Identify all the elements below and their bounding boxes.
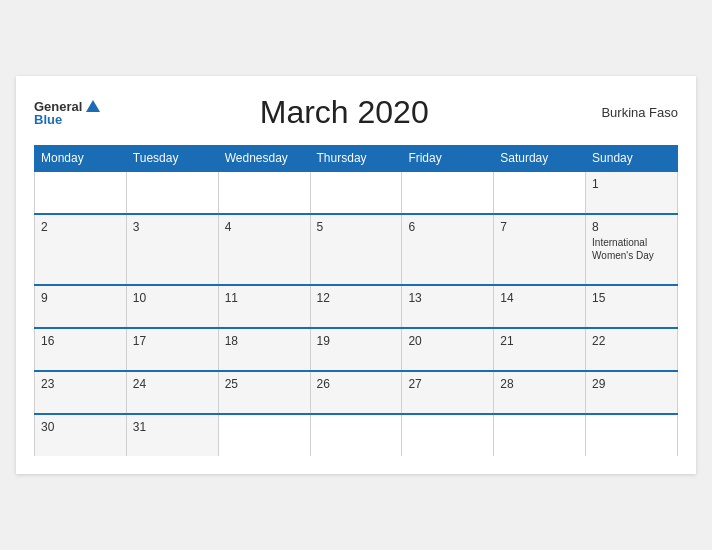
day-number: 20 (408, 334, 487, 348)
day-cell: 26 (310, 371, 402, 414)
day-number: 5 (317, 220, 396, 234)
day-cell (494, 171, 586, 214)
logo: General Blue (34, 100, 100, 126)
day-cell: 25 (218, 371, 310, 414)
day-cell: 11 (218, 285, 310, 328)
day-cell: 24 (126, 371, 218, 414)
day-number: 2 (41, 220, 120, 234)
day-number: 9 (41, 291, 120, 305)
calendar-tbody: 12345678International Women's Day9101112… (35, 171, 678, 456)
weekday-header-sunday: Sunday (586, 146, 678, 172)
day-cell: 14 (494, 285, 586, 328)
day-number: 24 (133, 377, 212, 391)
day-cell: 8International Women's Day (586, 214, 678, 285)
week-row-2: 9101112131415 (35, 285, 678, 328)
event-label: International Women's Day (592, 236, 671, 262)
day-cell (310, 171, 402, 214)
day-number: 13 (408, 291, 487, 305)
logo-blue-text: Blue (34, 113, 100, 126)
day-number: 27 (408, 377, 487, 391)
day-cell: 27 (402, 371, 494, 414)
logo-general-text: General (34, 100, 82, 113)
weekday-header-row: MondayTuesdayWednesdayThursdayFridaySatu… (35, 146, 678, 172)
day-cell: 18 (218, 328, 310, 371)
day-cell: 7 (494, 214, 586, 285)
day-number: 25 (225, 377, 304, 391)
week-row-0: 1 (35, 171, 678, 214)
calendar-container: General Blue March 2020 Burkina Faso Mon… (16, 76, 696, 474)
day-number: 22 (592, 334, 671, 348)
day-cell (218, 414, 310, 456)
day-cell: 19 (310, 328, 402, 371)
week-row-4: 23242526272829 (35, 371, 678, 414)
logo-general: General (34, 100, 100, 113)
day-number: 8 (592, 220, 671, 234)
weekday-header-friday: Friday (402, 146, 494, 172)
day-cell: 17 (126, 328, 218, 371)
day-number: 16 (41, 334, 120, 348)
day-number: 1 (592, 177, 671, 191)
day-cell (35, 171, 127, 214)
day-cell (494, 414, 586, 456)
day-cell: 29 (586, 371, 678, 414)
calendar-thead: MondayTuesdayWednesdayThursdayFridaySatu… (35, 146, 678, 172)
week-row-5: 3031 (35, 414, 678, 456)
calendar-header: General Blue March 2020 Burkina Faso (34, 94, 678, 131)
day-number: 12 (317, 291, 396, 305)
day-cell: 16 (35, 328, 127, 371)
day-number: 15 (592, 291, 671, 305)
day-cell: 2 (35, 214, 127, 285)
day-number: 14 (500, 291, 579, 305)
day-cell: 30 (35, 414, 127, 456)
weekday-header-wednesday: Wednesday (218, 146, 310, 172)
day-number: 30 (41, 420, 120, 434)
day-cell (218, 171, 310, 214)
logo-triangle-icon (86, 100, 100, 112)
day-number: 10 (133, 291, 212, 305)
calendar-table: MondayTuesdayWednesdayThursdayFridaySatu… (34, 145, 678, 456)
day-cell (586, 414, 678, 456)
day-cell: 1 (586, 171, 678, 214)
weekday-header-monday: Monday (35, 146, 127, 172)
day-cell: 22 (586, 328, 678, 371)
day-cell: 28 (494, 371, 586, 414)
day-number: 7 (500, 220, 579, 234)
day-number: 11 (225, 291, 304, 305)
day-number: 21 (500, 334, 579, 348)
day-cell: 23 (35, 371, 127, 414)
day-cell: 12 (310, 285, 402, 328)
day-cell: 5 (310, 214, 402, 285)
day-cell (402, 414, 494, 456)
day-number: 23 (41, 377, 120, 391)
day-cell: 6 (402, 214, 494, 285)
day-cell (310, 414, 402, 456)
day-cell: 10 (126, 285, 218, 328)
day-cell: 13 (402, 285, 494, 328)
day-number: 31 (133, 420, 212, 434)
week-row-3: 16171819202122 (35, 328, 678, 371)
day-cell: 31 (126, 414, 218, 456)
day-number: 26 (317, 377, 396, 391)
day-number: 29 (592, 377, 671, 391)
calendar-title: March 2020 (100, 94, 588, 131)
weekday-header-tuesday: Tuesday (126, 146, 218, 172)
day-number: 18 (225, 334, 304, 348)
day-cell: 3 (126, 214, 218, 285)
day-cell (126, 171, 218, 214)
weekday-header-thursday: Thursday (310, 146, 402, 172)
week-row-1: 2345678International Women's Day (35, 214, 678, 285)
day-cell: 20 (402, 328, 494, 371)
day-cell (402, 171, 494, 214)
day-number: 3 (133, 220, 212, 234)
weekday-header-saturday: Saturday (494, 146, 586, 172)
day-number: 6 (408, 220, 487, 234)
day-number: 4 (225, 220, 304, 234)
day-cell: 9 (35, 285, 127, 328)
day-number: 28 (500, 377, 579, 391)
day-number: 19 (317, 334, 396, 348)
country-label: Burkina Faso (588, 105, 678, 120)
day-cell: 4 (218, 214, 310, 285)
day-number: 17 (133, 334, 212, 348)
day-cell: 15 (586, 285, 678, 328)
day-cell: 21 (494, 328, 586, 371)
